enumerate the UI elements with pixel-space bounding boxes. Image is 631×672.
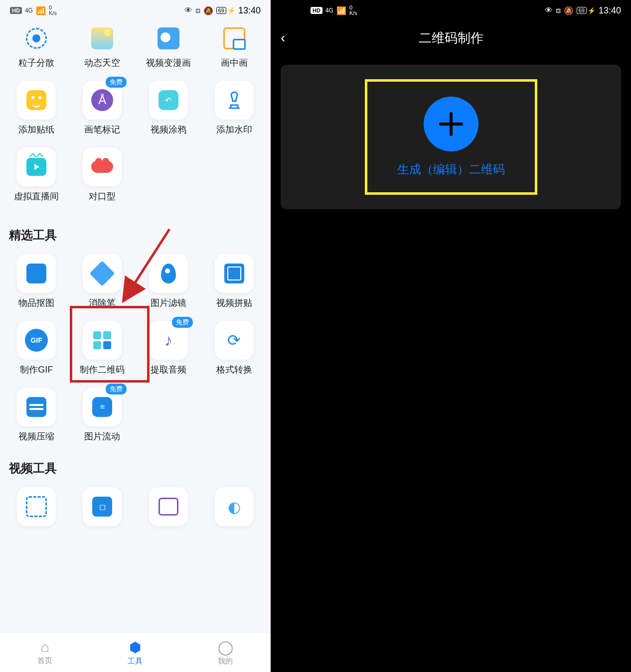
bluetooth-icon: ⧈ xyxy=(556,6,561,15)
profile-icon: ◯ xyxy=(218,639,233,656)
nav-home[interactable]: ⌂ 首页 xyxy=(37,639,52,666)
free-badge: 免费 xyxy=(106,384,127,395)
eraser-icon xyxy=(90,261,115,286)
page-header: ‹ 二维码制作 xyxy=(271,21,631,55)
app-add-watermark[interactable]: 添加水印 xyxy=(205,81,264,135)
page-title: 二维码制作 xyxy=(301,29,601,47)
nav-profile[interactable]: ◯ 我的 xyxy=(218,639,233,666)
app-format-convert[interactable]: ⟳ 格式转换 xyxy=(205,321,264,376)
nav-tools[interactable]: ⬢ 工具 xyxy=(128,639,143,666)
tools-icon: ⬢ xyxy=(129,639,141,656)
create-qr-label: 生成（编辑）二维码 xyxy=(397,161,505,177)
app-video-tool-3[interactable] xyxy=(139,487,198,526)
app-object-cutout[interactable]: 物品抠图 xyxy=(7,254,66,309)
back-button[interactable]: ‹ xyxy=(281,30,301,46)
app-lip-sync[interactable]: 对口型 xyxy=(73,147,132,202)
app-brush-mark[interactable]: Å 免费 画笔标记 xyxy=(73,81,132,135)
app-video-compress[interactable]: 视频压缩 xyxy=(7,388,66,442)
free-badge: 免费 xyxy=(172,317,193,328)
cutout-icon xyxy=(26,264,46,283)
status-bar-left: HD 4G 📶 0K/s 👁 ⧈ 🔕 69⚡ 13:40 xyxy=(0,0,271,21)
featured-row-3: 视频压缩 ≡ 免费 图片流动 xyxy=(7,388,264,442)
free-badge: 免费 xyxy=(106,77,127,88)
collage-icon xyxy=(224,264,244,283)
tools-row-2: 添加贴纸 Å 免费 画笔标记 ↶ 视频涂鸦 添加水印 xyxy=(7,81,264,135)
video-tools-row: ◻ ◐ xyxy=(7,487,264,526)
tv-icon xyxy=(158,498,178,516)
bottom-nav: ⌂ 首页 ⬢ 工具 ◯ 我的 xyxy=(0,632,271,672)
app-eraser[interactable]: 消除笔 xyxy=(73,254,132,309)
tools-row-3: 虚拟直播间 对口型 xyxy=(7,147,264,202)
status-bar-right: HD 4G 📶 0K/s 👁 ⧈ 🔕 69⚡ 13:40 xyxy=(271,0,631,21)
app-add-sticker[interactable]: 添加贴纸 xyxy=(7,81,66,135)
app-video-doodle[interactable]: ↶ 视频涂鸦 xyxy=(139,81,198,135)
app-make-gif[interactable]: GIF 制作GIF xyxy=(7,321,66,376)
compress-icon xyxy=(26,397,46,417)
battery-indicator: 69⚡ xyxy=(577,7,596,14)
video-tool-icon-1 xyxy=(26,496,47,517)
speed-indicator: 0K/s xyxy=(349,5,357,16)
mute-icon: 🔕 xyxy=(564,6,574,15)
app-picture-in-picture[interactable]: 画中画 xyxy=(205,24,264,69)
flow-icon: ≡ xyxy=(92,397,112,417)
app-image-flow[interactable]: ≡ 免费 图片流动 xyxy=(73,388,132,442)
brush-icon: Å xyxy=(91,89,113,111)
app-video-tool-1[interactable] xyxy=(7,487,66,526)
stamp-icon xyxy=(224,90,244,110)
home-icon: ⌂ xyxy=(41,639,49,655)
live-icon xyxy=(26,158,46,176)
featured-row-1: 物品抠图 消除笔 图片滤镜 视频拼贴 xyxy=(7,254,264,309)
signal-icon: 📶 xyxy=(336,6,346,15)
right-phone-screen: HD 4G 📶 0K/s 👁 ⧈ 🔕 69⚡ 13:40 ‹ 二维码制作 xyxy=(271,0,631,672)
sticker-icon xyxy=(26,90,46,110)
qrcode-icon xyxy=(93,331,111,349)
music-icon: ♪ xyxy=(158,330,178,350)
section-title-featured: 精选工具 xyxy=(9,227,264,243)
app-video-collage[interactable]: 视频拼贴 xyxy=(205,254,264,309)
plus-circle-icon xyxy=(424,97,478,151)
gif-icon: GIF xyxy=(25,329,48,352)
eye-icon: 👁 xyxy=(545,6,553,15)
app-virtual-live[interactable]: 虚拟直播间 xyxy=(7,147,66,202)
speed-indicator: 0K/s xyxy=(49,5,57,16)
qr-card: 生成（编辑）二维码 xyxy=(281,65,621,209)
app-make-qrcode[interactable]: 制作二维码 xyxy=(73,321,132,376)
featured-row-2: GIF 制作GIF 制作二维码 ♪ 免费 提取音频 ⟳ 格式转换 xyxy=(7,321,264,376)
section-title-video: 视频工具 xyxy=(9,460,264,476)
sky-icon xyxy=(91,27,113,49)
lips-icon xyxy=(91,161,113,173)
clock: 13:40 xyxy=(238,5,261,16)
paint-icon: ◐ xyxy=(225,497,243,517)
hd-badge: HD xyxy=(311,7,322,14)
create-qr-button[interactable]: 生成（编辑）二维码 xyxy=(365,79,537,195)
app-dynamic-sky[interactable]: 动态天空 xyxy=(73,24,132,69)
filter-icon xyxy=(161,264,176,283)
signal-icon: 📶 xyxy=(36,6,46,15)
app-particle-disperse[interactable]: 粒子分散 xyxy=(7,24,66,69)
hd-badge: HD xyxy=(10,7,22,14)
tools-row-1: 粒子分散 动态天空 视频变漫画 画中画 xyxy=(7,21,264,69)
left-phone-screen: HD 4G 📶 0K/s 👁 ⧈ 🔕 69⚡ 13:40 粒子分散 xyxy=(0,0,271,672)
app-video-tool-4[interactable]: ◐ xyxy=(205,487,264,526)
app-video-tool-2[interactable]: ◻ xyxy=(73,487,132,526)
doodle-icon: ↶ xyxy=(158,90,178,110)
eye-icon: 👁 xyxy=(184,6,192,15)
battery-indicator: 69⚡ xyxy=(216,7,235,14)
convert-icon: ⟳ xyxy=(224,330,244,350)
network-label: 4G xyxy=(325,7,333,14)
bluetooth-icon: ⧈ xyxy=(195,6,200,15)
app-extract-audio[interactable]: ♪ 免费 提取音频 xyxy=(139,321,198,376)
network-label: 4G xyxy=(25,7,33,14)
clock: 13:40 xyxy=(599,5,621,16)
pip-icon xyxy=(223,27,245,49)
mute-icon: 🔕 xyxy=(203,6,213,15)
particle-icon xyxy=(26,28,47,49)
app-video-to-comic[interactable]: 视频变漫画 xyxy=(139,24,198,69)
crop-icon: ◻ xyxy=(92,497,112,517)
app-image-filter[interactable]: 图片滤镜 xyxy=(139,254,198,309)
comic-icon xyxy=(158,27,179,49)
